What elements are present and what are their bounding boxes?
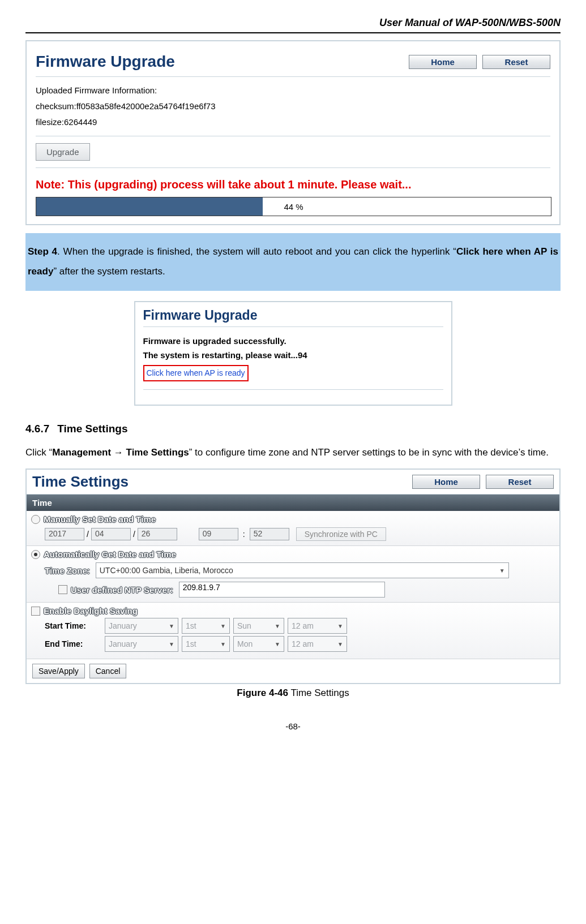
end-dow-value: Mon	[237, 639, 253, 648]
user-ntp-checkbox[interactable]	[58, 585, 67, 594]
hour-field[interactable]: 09	[199, 528, 238, 540]
firmware-upgrade-title-2: Firmware Upgrade	[143, 308, 443, 323]
fig2-line2: The system is restarting, please wait...…	[143, 348, 443, 363]
start-hour-value: 12 am	[292, 621, 314, 630]
user-ntp-label: User defined NTP Server:	[71, 585, 177, 595]
reset-button[interactable]: Reset	[482, 55, 550, 69]
start-time-label: Start Time:	[45, 621, 101, 630]
daylight-saving-row: Enable Daylight Saving Start Time: Janua…	[27, 603, 559, 659]
manual-time-row: Manually Set Date and Time 2017 / 04 / 2…	[27, 511, 559, 546]
dls-checkbox[interactable]	[31, 607, 40, 616]
header-button-row: Home Reset	[405, 55, 550, 69]
start-month-select[interactable]: January▼	[105, 618, 178, 634]
figure-text: Time Settings	[288, 687, 349, 698]
end-day-select[interactable]: 1st▼	[182, 636, 230, 652]
section-heading: 4.6.7Time Settings	[25, 423, 561, 435]
auto-label: Automatically Get Date and Time	[44, 549, 179, 559]
chevron-down-icon: ▼	[337, 641, 343, 647]
time-bar: Time	[27, 495, 559, 511]
checksum-line: checksum:ff0583a58fe42000e2a54764f19e6f7…	[36, 100, 550, 113]
ap-ready-link[interactable]: Click here when AP is ready	[143, 365, 249, 382]
timezone-select[interactable]: UTC+00:00 Gambia, Liberia, Morocco ▼	[96, 562, 509, 578]
cancel-button[interactable]: Cancel	[89, 664, 127, 678]
start-day-value: 1st	[186, 621, 196, 630]
manual-label: Manually Set Date and Time	[44, 514, 159, 524]
dls-label: Enable Daylight Saving	[44, 606, 141, 616]
slash1: /	[87, 530, 89, 539]
step4-text-b: ” after the system restarts.	[53, 266, 165, 277]
upgrade-note: Note: This (upgrading) process will take…	[36, 178, 550, 191]
time-settings-panel: Time Settings Home Reset Time Manually S…	[25, 469, 561, 684]
uploaded-info-block: Uploaded Firmware Information: checksum:…	[36, 84, 550, 129]
auto-radio[interactable]	[31, 550, 40, 559]
end-month-value: January	[109, 639, 137, 648]
fig2-line1: Firmware is upgraded successfully.	[143, 334, 443, 349]
action-row: Save/Apply Cancel	[27, 659, 559, 683]
page-number: -68-	[25, 721, 561, 731]
para-bold: Management → Time Settings	[52, 447, 189, 458]
start-day-select[interactable]: 1st▼	[182, 618, 230, 634]
timezone-label: Time Zone:	[45, 566, 93, 575]
step4-label: Step 4	[28, 246, 57, 257]
figure-num: Figure 4-46	[237, 687, 288, 698]
progress-percent-label: 44 %	[36, 202, 551, 212]
para-a: Click “	[25, 447, 52, 458]
ts-reset-button[interactable]: Reset	[486, 475, 554, 489]
ntp-server-field[interactable]: 209.81.9.7	[179, 582, 385, 598]
para-b: ” to configure time zone and NTP server …	[189, 447, 549, 458]
home-button[interactable]: Home	[409, 55, 477, 69]
section-number: 4.6.7	[25, 423, 49, 435]
auto-time-row: Automatically Get Date and Time Time Zon…	[27, 546, 559, 603]
firmware-upgrade-title: Firmware Upgrade	[36, 53, 175, 71]
chevron-down-icon: ▼	[220, 641, 226, 647]
chevron-down-icon: ▼	[499, 568, 505, 574]
page-header-title: User Manual of WAP-500N/WBS-500N	[25, 17, 561, 33]
step4-instruction: Step 4. When the upgrade is finished, th…	[25, 233, 561, 291]
month-field[interactable]: 04	[91, 528, 131, 540]
start-dow-value: Sun	[237, 621, 251, 630]
figure-caption: Figure 4-46 Time Settings	[25, 687, 561, 699]
year-field[interactable]: 2017	[45, 528, 84, 540]
end-hour-select[interactable]: 12 am▼	[288, 636, 347, 652]
chevron-down-icon: ▼	[275, 623, 280, 629]
end-day-value: 1st	[186, 639, 196, 648]
sync-pc-button[interactable]: Synchronize with PC	[296, 527, 386, 541]
progress-bar: 44 %	[36, 197, 551, 216]
manual-radio[interactable]	[31, 515, 40, 524]
time-settings-title: Time Settings	[32, 473, 129, 491]
colon: :	[243, 530, 245, 539]
chevron-down-icon: ▼	[337, 623, 343, 629]
step4-text-a: . When the upgrade is finished, the syst…	[57, 246, 456, 257]
uploaded-info-label: Uploaded Firmware Information:	[36, 84, 550, 97]
start-dow-select[interactable]: Sun▼	[233, 618, 284, 634]
slash2: /	[133, 530, 135, 539]
firmware-upgrade-panel-1: Firmware Upgrade Home Reset Uploaded Fir…	[25, 40, 561, 225]
section-title: Time Settings	[57, 423, 127, 435]
chevron-down-icon: ▼	[275, 641, 280, 647]
save-apply-button[interactable]: Save/Apply	[32, 664, 85, 678]
end-dow-select[interactable]: Mon▼	[233, 636, 284, 652]
chevron-down-icon: ▼	[220, 623, 226, 629]
section-paragraph: Click “Management → Time Settings” to co…	[25, 443, 561, 463]
day-field[interactable]: 26	[138, 528, 177, 540]
start-hour-select[interactable]: 12 am▼	[288, 618, 347, 634]
timezone-value: UTC+00:00 Gambia, Liberia, Morocco	[100, 566, 233, 575]
ts-header-buttons: Home Reset	[409, 475, 554, 489]
filesize-line: filesize:6264449	[36, 115, 550, 129]
chevron-down-icon: ▼	[169, 623, 174, 629]
chevron-down-icon: ▼	[169, 641, 174, 647]
end-hour-value: 12 am	[292, 639, 314, 648]
firmware-upgrade-panel-2: Firmware Upgrade Firmware is upgraded su…	[134, 301, 452, 406]
end-month-select[interactable]: January▼	[105, 636, 178, 652]
minute-field[interactable]: 52	[250, 528, 289, 540]
ts-home-button[interactable]: Home	[412, 475, 480, 489]
start-month-value: January	[109, 621, 137, 630]
end-time-label: End Time:	[45, 639, 101, 648]
upgrade-button[interactable]: Upgrade	[36, 143, 90, 161]
